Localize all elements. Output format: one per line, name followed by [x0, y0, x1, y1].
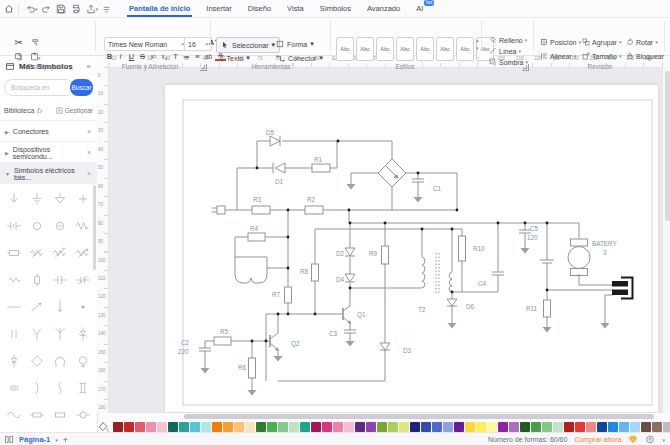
undo-caret[interactable]: ▾ — [35, 6, 38, 12]
page-tab[interactable]: Página-1 — [19, 435, 50, 444]
print-button[interactable] — [70, 2, 83, 15]
color-swatch-22[interactable] — [344, 422, 354, 432]
symbol-rect-h-icon[interactable] — [2, 239, 25, 266]
save-button[interactable] — [55, 2, 68, 15]
menu-tab-pantalla-de-inicio[interactable]: Pantalla de inicio — [121, 0, 198, 17]
menu-tab-vista[interactable]: Vista — [279, 0, 312, 17]
list-button[interactable]: ≔ — [181, 51, 192, 62]
color-swatch-10[interactable] — [212, 422, 222, 432]
menu-tab-ai[interactable]: AIhot — [408, 0, 431, 17]
symbol-cap-gap-icon[interactable] — [2, 320, 25, 347]
symbol-circle-minus-icon[interactable] — [48, 212, 71, 239]
style-sample-6[interactable]: Abc — [436, 37, 454, 61]
color-swatch-45[interactable] — [597, 422, 607, 432]
align-objects-button[interactable]: Alinear▾ — [540, 52, 576, 60]
color-swatch-9[interactable] — [201, 422, 211, 432]
circuit-diagram[interactable]: D5D1R1R3R2C1R4R8R7D2D4R9Q1C3Q2R5R6C2220D… — [165, 85, 658, 412]
symbol-zener-v-icon[interactable] — [71, 320, 94, 347]
symbol-box-plain-icon[interactable] — [48, 401, 71, 428]
fill-button[interactable]: Relleno▾ — [489, 36, 527, 44]
color-swatch-17[interactable] — [289, 422, 299, 432]
vertical-scroll-thumb[interactable] — [665, 71, 670, 221]
underline-button[interactable]: U — [126, 51, 137, 62]
manage-link[interactable]: Gestionar — [56, 107, 93, 114]
size-button[interactable]: Tamaño▾ — [582, 52, 621, 60]
symbol-transformer-core-icon[interactable] — [71, 374, 94, 401]
symbol-pot-vertical-icon[interactable] — [25, 266, 48, 293]
vertical-scrollbar[interactable] — [662, 67, 670, 413]
color-swatch-12[interactable] — [234, 422, 244, 432]
close-section-icon[interactable]: × — [87, 149, 91, 156]
document-page[interactable]: D5D1R1R3R2C1R4R8R7D2D4R9Q1C3Q2R5R6C2220D… — [165, 85, 658, 412]
symbol-arrow-vertical-icon[interactable] — [48, 293, 71, 320]
cut-icon[interactable]: ✂ — [13, 37, 24, 48]
style-sample-1[interactable]: Abc — [336, 37, 354, 61]
color-swatch-27[interactable] — [399, 422, 409, 432]
pin-icon[interactable] — [36, 107, 43, 114]
color-swatch-19[interactable] — [311, 422, 321, 432]
page-tab-caret[interactable]: ▾ — [55, 437, 58, 443]
symbol-diode-v-icon[interactable] — [2, 347, 25, 374]
horizontal-scroll-thumb[interactable] — [184, 414, 654, 419]
color-swatch-13[interactable] — [245, 422, 255, 432]
color-swatch-49[interactable] — [641, 422, 651, 432]
color-swatch-35[interactable] — [487, 422, 497, 432]
color-swatch-33[interactable] — [465, 422, 475, 432]
close-section-icon[interactable]: × — [87, 128, 91, 135]
menu-tab-diseño[interactable]: Diseño — [240, 0, 279, 17]
group-button[interactable]: Agrupar▾ — [582, 38, 621, 46]
color-swatch-23[interactable] — [355, 422, 365, 432]
shape-tool-button[interactable]: Forma▾ — [276, 37, 314, 51]
symbol-curve-icon[interactable] — [25, 374, 48, 401]
symbol-circle-lead-icon[interactable] — [71, 401, 94, 428]
color-swatch-40[interactable] — [542, 422, 552, 432]
symbol-circle-icon[interactable] — [25, 212, 48, 239]
section-chevron-icon[interactable]: ▶ — [5, 129, 9, 135]
color-swatch-5[interactable] — [157, 422, 167, 432]
symbol-arrow-down-icon[interactable] — [2, 185, 25, 212]
symbol-var-resistor2-icon[interactable] — [48, 239, 71, 266]
buy-now-link[interactable]: Comprar ahora — [574, 436, 621, 443]
color-swatch-41[interactable] — [553, 422, 563, 432]
symbol-var-resistor3-icon[interactable] — [71, 239, 94, 266]
symbol-lamp-open-icon[interactable] — [48, 347, 71, 374]
bold-button[interactable]: B — [104, 51, 115, 62]
text-style-button[interactable]: T — [170, 51, 181, 62]
color-swatch-43[interactable] — [575, 422, 585, 432]
position-button[interactable]: Posición▾ — [540, 38, 581, 46]
customize-toolbar-icon[interactable] — [100, 2, 113, 15]
color-swatch-39[interactable] — [531, 422, 541, 432]
color-swatch-29[interactable] — [421, 422, 431, 432]
color-swatch-11[interactable] — [223, 422, 233, 432]
style-sample-2[interactable]: Abc — [356, 37, 374, 61]
superscript-button[interactable]: x² — [148, 51, 159, 62]
italic-button[interactable]: I — [115, 51, 126, 62]
sidebar-section-3[interactable]: ▼Símbolos eléctricos bás...× — [0, 162, 97, 184]
color-swatch-32[interactable] — [454, 422, 464, 432]
style-sample-7[interactable]: Abc — [456, 37, 474, 61]
search-button[interactable]: Buscar — [70, 79, 93, 96]
symbol-s-shape-icon[interactable] — [48, 374, 71, 401]
font-dialog-launcher[interactable] — [200, 64, 207, 71]
copy-icon[interactable] — [13, 51, 24, 62]
style-sample-3[interactable]: Abc — [376, 37, 394, 61]
symbol-line-plain-icon[interactable] — [2, 293, 25, 320]
color-swatch-30[interactable] — [432, 422, 442, 432]
color-swatch-38[interactable] — [520, 422, 530, 432]
symbol-battery-h-icon[interactable] — [2, 212, 25, 239]
color-swatch-48[interactable] — [630, 422, 640, 432]
color-swatch-37[interactable] — [509, 422, 519, 432]
sidebar-scrollbar[interactable] — [93, 185, 96, 270]
line-button[interactable]: Línea▾ — [489, 47, 521, 55]
redo-button[interactable] — [40, 2, 53, 15]
strikethrough-button[interactable]: S — [137, 51, 148, 62]
color-swatch-14[interactable] — [256, 422, 266, 432]
color-swatch-46[interactable] — [608, 422, 618, 432]
styles-scroll-up[interactable]: ▴ — [476, 37, 479, 43]
color-swatch-6[interactable] — [168, 422, 178, 432]
add-page-button[interactable]: + — [63, 435, 68, 445]
color-swatch-1[interactable] — [113, 422, 123, 432]
symbol-antenna-tri-icon[interactable] — [48, 320, 71, 347]
menu-tab-símbolos[interactable]: Símbolos — [312, 0, 359, 17]
share-icon[interactable] — [645, 435, 655, 444]
